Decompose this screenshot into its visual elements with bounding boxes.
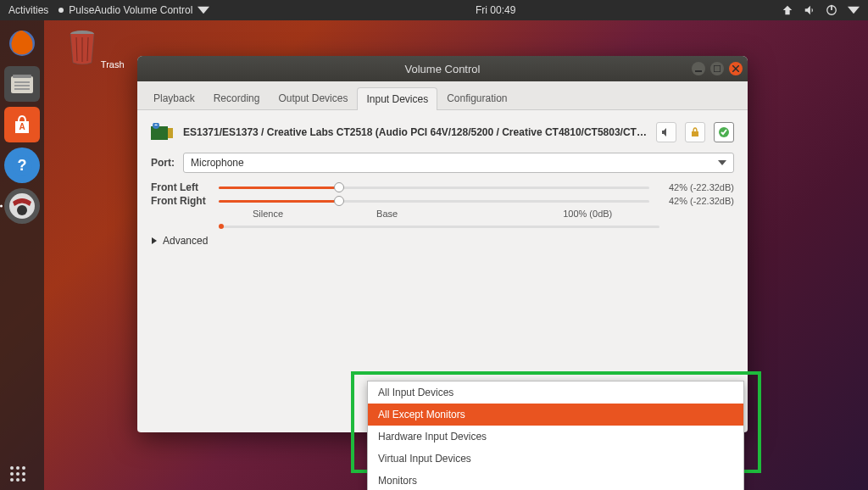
- svg-text:?: ?: [18, 157, 27, 174]
- option-virtual-input-devices[interactable]: Virtual Input Devices: [368, 448, 743, 470]
- close-button[interactable]: [729, 62, 743, 75]
- option-hardware-input-devices[interactable]: Hardware Input Devices: [368, 426, 743, 448]
- app-menu-label: PulseAudio Volume Control: [69, 4, 192, 16]
- vu-meter: [219, 226, 659, 228]
- channel-label: Front Left: [151, 181, 210, 193]
- svg-rect-19: [151, 126, 168, 140]
- channel-value: 42% (-22.32dB): [658, 182, 734, 192]
- tab-output-devices[interactable]: Output Devices: [269, 86, 357, 109]
- port-dropdown[interactable]: Microphone: [183, 153, 734, 173]
- chevron-down-icon[interactable]: [848, 4, 860, 16]
- minimize-button[interactable]: [692, 62, 705, 75]
- launcher: A ?: [0, 20, 44, 490]
- chevron-right-icon: [151, 237, 158, 244]
- scale-labels: Silence Base 100% (0dB): [219, 209, 734, 219]
- help-icon[interactable]: ?: [4, 148, 40, 183]
- svg-rect-4: [13, 75, 31, 78]
- svg-point-12: [17, 205, 27, 215]
- volume-control-window: Volume Control Playback Recording Output…: [137, 56, 748, 432]
- volume-slider-right[interactable]: [219, 195, 649, 207]
- clock[interactable]: Fri 00:49: [476, 4, 515, 16]
- show-dropdown-popup: All Input Devices All Except Monitors Ha…: [367, 381, 744, 490]
- activities-button[interactable]: Activities: [8, 4, 48, 16]
- option-all-except-monitors[interactable]: All Except Monitors: [368, 404, 743, 426]
- channel-front-left: Front Left 42% (-22.32dB): [151, 181, 734, 193]
- tab-configuration[interactable]: Configuration: [437, 86, 516, 109]
- channel-value: 42% (-22.32dB): [658, 196, 734, 206]
- app-menu[interactable]: PulseAudio Volume Control: [58, 4, 209, 16]
- volume-icon[interactable]: [804, 4, 815, 16]
- sound-card-icon: [151, 123, 175, 142]
- option-all-input-devices[interactable]: All Input Devices: [368, 381, 743, 404]
- chevron-down-icon: [718, 159, 726, 167]
- trash-desktop-icon[interactable]: Trash: [66, 29, 125, 70]
- show-applications-icon[interactable]: [10, 466, 25, 482]
- svg-rect-18: [714, 65, 721, 72]
- firefox-icon[interactable]: [4, 25, 40, 61]
- port-label: Port:: [151, 157, 175, 169]
- pavucontrol-icon[interactable]: [4, 188, 40, 224]
- content-area: ES1371/ES1373 / Creative Labs CT2518 (Au…: [137, 110, 748, 259]
- volume-slider-left[interactable]: [219, 181, 649, 193]
- device-row: ES1371/ES1373 / Creative Labs CT2518 (Au…: [151, 122, 734, 142]
- svg-rect-7: [14, 88, 30, 90]
- channel-label: Front Right: [151, 195, 210, 207]
- svg-rect-1: [831, 5, 832, 10]
- channels: Front Left 42% (-22.32dB) Front Right 42…: [151, 181, 734, 247]
- port-value: Microphone: [191, 157, 244, 169]
- svg-text:A: A: [19, 122, 25, 131]
- maximize-button[interactable]: [710, 62, 724, 75]
- mute-button[interactable]: [656, 122, 676, 142]
- tab-playback[interactable]: Playback: [144, 86, 204, 109]
- advanced-expander[interactable]: Advanced: [151, 235, 734, 247]
- svg-rect-6: [14, 85, 30, 86]
- tab-recording[interactable]: Recording: [204, 86, 270, 109]
- power-icon[interactable]: [826, 4, 837, 16]
- svg-rect-17: [695, 70, 702, 72]
- titlebar[interactable]: Volume Control: [137, 56, 748, 81]
- network-icon[interactable]: [782, 4, 793, 16]
- chevron-down-icon: [198, 4, 209, 16]
- option-monitors[interactable]: Monitors: [368, 470, 743, 490]
- files-icon[interactable]: [4, 66, 40, 102]
- software-store-icon[interactable]: A: [4, 107, 40, 142]
- advanced-label: Advanced: [163, 235, 208, 247]
- channel-front-right: Front Right 42% (-22.32dB): [151, 195, 734, 207]
- device-name: ES1371/ES1373 / Creative Labs CT2518 (Au…: [183, 126, 648, 138]
- set-default-button[interactable]: [714, 122, 734, 142]
- tab-input-devices[interactable]: Input Devices: [357, 87, 437, 110]
- port-row: Port: Microphone: [151, 153, 734, 173]
- tabs: Playback Recording Output Devices Input …: [137, 81, 748, 110]
- window-title: Volume Control: [405, 63, 481, 75]
- svg-rect-20: [168, 128, 173, 138]
- svg-rect-22: [692, 131, 698, 136]
- trash-label: Trash: [101, 59, 125, 70]
- lock-channels-button[interactable]: [685, 122, 705, 142]
- app-indicator-icon: [58, 8, 64, 13]
- top-bar: Activities PulseAudio Volume Control Fri…: [0, 0, 868, 20]
- svg-rect-5: [14, 81, 30, 83]
